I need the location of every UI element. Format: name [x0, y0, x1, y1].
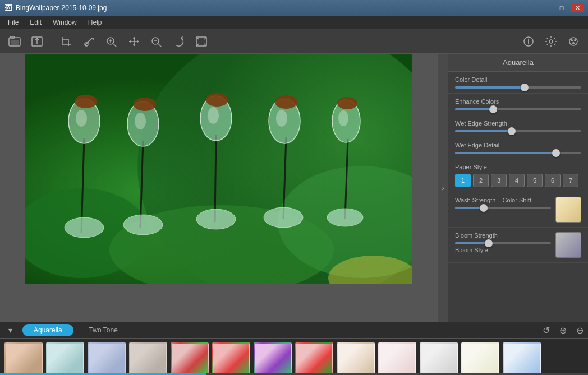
wet-edge-strength-label: Wet Edge Strength — [455, 120, 581, 127]
filmstrip-item[interactable]: Style 09 — [337, 342, 375, 375]
export-tool[interactable] — [27, 32, 47, 51]
watercolor-svg — [25, 54, 412, 284]
film-thumb — [378, 342, 416, 375]
menu-edit[interactable]: Edit — [24, 17, 47, 27]
effects-tool[interactable] — [563, 32, 584, 51]
filmstrip-item[interactable]: Style 01 — [4, 342, 43, 375]
paper-style-label: Paper Style — [455, 164, 581, 170]
filmstrip-item[interactable]: Style 12 — [461, 342, 499, 375]
paper-btn-3[interactable]: 3 — [491, 174, 507, 187]
filmstrip-item[interactable]: Style 05 — [171, 342, 209, 375]
paper-btn-4[interactable]: 4 — [509, 174, 525, 187]
maximize-button[interactable]: □ — [555, 3, 568, 12]
filmstrip-item[interactable]: Style 02 — [46, 342, 84, 375]
film-thumb — [254, 342, 292, 375]
filmstrip-item[interactable]: Style 08 — [295, 342, 333, 375]
paper-btn-7[interactable]: 7 — [563, 174, 578, 187]
crop-tool[interactable] — [57, 32, 77, 51]
film-thumb — [503, 342, 541, 375]
filmstrip-collapse-button[interactable]: ▾ — [0, 322, 20, 339]
enhance-colors-group: Enhance Colors — [448, 94, 588, 115]
canvas-area[interactable] — [0, 54, 438, 322]
filmstrip-item[interactable]: Style 11 — [420, 342, 458, 375]
film-thumb — [337, 342, 375, 375]
refresh-icon[interactable]: ↺ — [538, 322, 554, 339]
remove-style-button[interactable]: ⊖ — [571, 322, 588, 339]
bloom-style-label: Bloom Style — [455, 247, 551, 253]
main-content: › Aquarella Color Detail Enhance Colors … — [0, 54, 588, 322]
svg-point-41 — [65, 217, 104, 238]
film-thumb — [295, 342, 333, 375]
enhance-colors-slider[interactable] — [455, 108, 581, 110]
rotate-tool[interactable] — [169, 32, 189, 51]
color-detail-slider[interactable] — [455, 86, 581, 89]
menu-window[interactable]: Window — [47, 17, 82, 27]
pan-tool[interactable] — [124, 32, 144, 51]
filmstrip-item[interactable]: Style 04 — [129, 342, 167, 375]
bloom-strength-slider[interactable] — [455, 242, 551, 244]
film-thumb — [171, 342, 209, 375]
svg-point-19 — [574, 39, 576, 41]
filmstrip-item[interactable]: Style 10 — [378, 342, 416, 375]
svg-rect-2 — [11, 40, 19, 45]
filmstrip-item[interactable]: Style 03 — [88, 342, 126, 375]
healing-tool[interactable] — [79, 32, 99, 51]
svg-point-49 — [275, 95, 297, 109]
filmstrip-item[interactable]: Style 13 — [503, 342, 541, 375]
paper-btn-1[interactable]: 1 — [455, 174, 471, 187]
paper-btn-6[interactable]: 6 — [545, 174, 561, 187]
tab-aquarella[interactable]: Aquarella — [22, 324, 74, 336]
bloom-strength-section: Bloom Strength Bloom Style — [455, 232, 551, 258]
info-tool[interactable]: i — [518, 32, 539, 51]
bloom-strength-label: Bloom Strength — [455, 232, 551, 239]
paper-style-buttons: 1 2 3 4 5 6 7 — [455, 174, 581, 187]
menu-file[interactable]: File — [2, 17, 24, 27]
tab-two-tone[interactable]: Two Tone — [78, 324, 129, 336]
svg-point-16 — [549, 40, 553, 43]
svg-point-34 — [135, 113, 146, 129]
chevron-down-icon: ▾ — [8, 326, 12, 335]
svg-point-43 — [196, 209, 236, 229]
film-thumb — [88, 342, 126, 375]
filmstrip: Style 01 Style 02 Style 03 Style 04 Styl… — [0, 339, 588, 375]
svg-point-47 — [134, 98, 156, 111]
paper-btn-2[interactable]: 2 — [473, 174, 489, 187]
color-shift-swatch[interactable] — [555, 197, 581, 223]
wash-strength-slider[interactable] — [455, 207, 551, 209]
toolbar: i — [0, 29, 588, 54]
wet-edge-detail-slider[interactable] — [455, 152, 581, 154]
panel-collapse-button[interactable]: › — [438, 54, 448, 322]
open-file-tool[interactable] — [4, 32, 25, 51]
filmstrip-item[interactable]: Style 07 — [254, 342, 292, 375]
zoom-in-tool[interactable] — [102, 32, 122, 51]
svg-point-48 — [206, 93, 228, 107]
bloom-style-swatch[interactable] — [555, 232, 581, 258]
zoom-out-tool[interactable] — [146, 32, 167, 51]
svg-point-42 — [123, 215, 163, 235]
close-button[interactable]: ✕ — [571, 3, 584, 12]
bottom-tabs: ▾ Aquarella Two Tone ↺ ⊕ ⊖ — [0, 322, 588, 339]
settings-tool[interactable] — [541, 32, 561, 51]
wet-edge-strength-slider[interactable] — [455, 130, 581, 132]
film-thumb — [212, 342, 250, 375]
film-thumb — [129, 342, 167, 375]
svg-point-38 — [276, 110, 287, 127]
fullscreen-tool[interactable] — [191, 32, 212, 51]
wash-strength-label: Wash Strength Color Shift — [455, 197, 551, 203]
svg-point-20 — [572, 42, 575, 44]
svg-point-36 — [208, 107, 219, 124]
add-style-button[interactable]: ⊕ — [554, 322, 571, 339]
right-panel: Aquarella Color Detail Enhance Colors We… — [448, 54, 588, 322]
bloom-strength-group: Bloom Strength Bloom Style — [448, 228, 588, 263]
svg-point-18 — [571, 39, 573, 41]
film-thumb — [461, 342, 499, 375]
window-title: BingWallpaper-2015-10-09.jpg — [16, 4, 107, 12]
minimize-button[interactable]: ─ — [540, 3, 552, 12]
progress-bar-fill — [0, 373, 206, 375]
menu-bar: File Edit Window Help — [0, 16, 588, 29]
chevron-right-icon: › — [442, 183, 444, 192]
filmstrip-item[interactable]: Style 06 — [212, 342, 250, 375]
menu-help[interactable]: Help — [82, 17, 108, 27]
paper-style-group: Paper Style 1 2 3 4 5 6 7 — [448, 159, 588, 192]
paper-btn-5[interactable]: 5 — [527, 174, 543, 187]
